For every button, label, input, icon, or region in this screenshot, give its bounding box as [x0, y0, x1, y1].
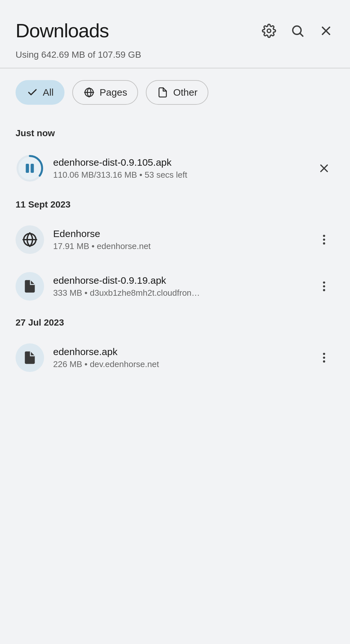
globe-icon	[83, 87, 95, 98]
download-list-just-now: edenhorse-dist-0.9.105.apk 110.06 MB/313…	[0, 145, 350, 192]
app-container: Downloads Using 642	[0, 0, 350, 644]
svg-point-17	[323, 289, 325, 291]
file-icon-svg-apk19	[22, 279, 37, 294]
more-vert-icon-apk19	[318, 280, 331, 293]
globe-icon-container	[16, 225, 44, 254]
item-name-apk-main: edenhorse.apk	[53, 346, 305, 357]
more-vert-icon-main	[318, 351, 331, 364]
item-info-apk19: edenhorse-dist-0.9.19.apk 333 MB • d3uxb…	[53, 275, 305, 298]
svg-point-20	[323, 360, 325, 363]
more-options-apk-main[interactable]	[314, 347, 334, 368]
item-info-edenhorse: Edenhorse 17.91 MB • edenhorse.net	[53, 228, 305, 251]
item-name-edenhorse: Edenhorse	[53, 228, 305, 239]
tab-all-label: All	[43, 87, 53, 98]
svg-point-15	[323, 281, 325, 284]
item-meta-apk-main: 226 MB • dev.edenhorse.net	[53, 359, 305, 369]
download-item-edenhorse[interactable]: Edenhorse 17.91 MB • edenhorse.net	[8, 216, 342, 263]
svg-point-13	[323, 239, 325, 241]
storage-info: Using 642.69 MB of 107.59 GB	[0, 50, 350, 68]
more-options-edenhorse[interactable]	[314, 229, 334, 250]
file-icon-svg-main	[22, 350, 37, 365]
tab-other-label: Other	[173, 87, 197, 98]
more-vert-icon	[318, 233, 331, 246]
download-item-downloading[interactable]: edenhorse-dist-0.9.105.apk 110.06 MB/313…	[8, 145, 342, 192]
globe-icon-svg	[22, 232, 38, 248]
tab-pages-label: Pages	[99, 87, 127, 98]
close-button[interactable]	[318, 22, 334, 39]
item-meta-apk19: 333 MB • d3uxb1zhe8mh2t.cloudfron…	[53, 288, 305, 298]
download-list-sept: Edenhorse 17.91 MB • edenhorse.net	[0, 216, 350, 310]
item-info-apk-main: edenhorse.apk 226 MB • dev.edenhorse.net	[53, 346, 305, 369]
settings-button[interactable]	[261, 22, 277, 39]
progress-icon	[16, 154, 44, 183]
pause-icon	[26, 164, 34, 173]
svg-point-18	[323, 353, 325, 355]
svg-point-16	[323, 285, 325, 288]
svg-point-19	[323, 357, 325, 359]
item-name-apk19: edenhorse-dist-0.9.19.apk	[53, 275, 305, 286]
item-name-downloading: edenhorse-dist-0.9.105.apk	[53, 157, 305, 168]
section-jul-2023: 27 Jul 2023	[0, 310, 350, 334]
header-actions	[261, 22, 334, 39]
tab-pages[interactable]: Pages	[72, 80, 138, 105]
check-icon	[27, 87, 38, 98]
download-list-jul: edenhorse.apk 226 MB • dev.edenhorse.net	[0, 334, 350, 381]
svg-line-2	[300, 33, 303, 36]
filter-tabs: All Pages Other	[0, 80, 350, 120]
download-item-apk19[interactable]: edenhorse-dist-0.9.19.apk 333 MB • d3uxb…	[8, 263, 342, 310]
section-just-now: Just now	[0, 120, 350, 145]
svg-point-14	[323, 242, 325, 244]
item-meta-downloading: 110.06 MB/313.16 MB • 53 secs left	[53, 170, 305, 180]
cancel-download-button[interactable]	[314, 158, 334, 179]
download-item-apk-main[interactable]: edenhorse.apk 226 MB • dev.edenhorse.net	[8, 334, 342, 381]
item-meta-edenhorse: 17.91 MB • edenhorse.net	[53, 241, 305, 251]
file-icon	[157, 87, 169, 98]
header: Downloads	[0, 0, 350, 50]
file-icon-container-main	[16, 343, 44, 372]
item-info-downloading: edenhorse-dist-0.9.105.apk 110.06 MB/313…	[53, 157, 305, 180]
tab-other[interactable]: Other	[146, 80, 208, 105]
search-button[interactable]	[289, 22, 306, 39]
svg-point-0	[267, 29, 271, 32]
page-title: Downloads	[16, 19, 109, 42]
divider	[0, 68, 350, 68]
file-icon-container-apk19	[16, 272, 44, 301]
svg-point-12	[323, 235, 325, 237]
tab-all[interactable]: All	[16, 80, 64, 105]
more-options-apk19[interactable]	[314, 276, 334, 297]
section-sept-2023: 11 Sept 2023	[0, 192, 350, 216]
